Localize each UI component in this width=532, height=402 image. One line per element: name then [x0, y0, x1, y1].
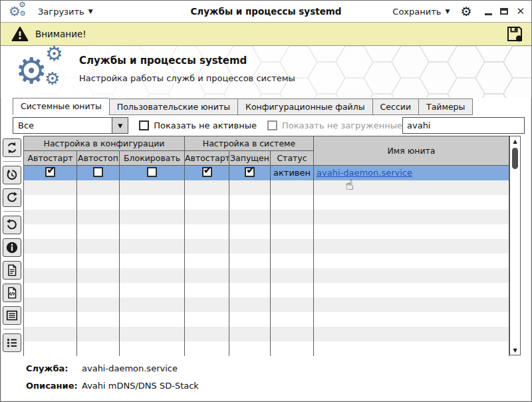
list-box-button[interactable] [3, 306, 21, 325]
refresh-button[interactable] [3, 138, 21, 157]
table-row[interactable] [24, 327, 509, 341]
save-menu-button[interactable]: Сохранить ▼ [392, 7, 450, 17]
redo-button[interactable] [3, 188, 21, 207]
app-logo-gears-icon: ⚙⚙⚙ [15, 47, 78, 97]
table-cell [229, 180, 271, 195]
toolbar-separator [3, 211, 21, 212]
table-cell [24, 195, 77, 210]
tab-sessions[interactable]: Сессии [372, 99, 418, 115]
scrollbar-track[interactable] [510, 146, 520, 345]
minimize-button[interactable] [485, 13, 492, 15]
show-inactive-label: Показать не активные [154, 120, 257, 130]
scroll-up-button[interactable]: ▲ [510, 136, 520, 146]
warning-text: Внимание! [35, 29, 86, 39]
table-row[interactable] [24, 312, 509, 327]
table-cell [120, 268, 185, 283]
document-icon [5, 264, 19, 277]
settings-gear-icon[interactable]: ⚙ [460, 5, 471, 18]
main-area: Настройка в конфигурации Настройка в сис… [1, 136, 531, 355]
info-button[interactable] [3, 238, 21, 257]
checkbox-icon[interactable] [245, 167, 255, 177]
table-row[interactable] [24, 224, 509, 239]
table-cell [185, 180, 229, 195]
table-cell [271, 312, 314, 327]
table-cell [185, 327, 229, 341]
autostart-cfg-cell [24, 166, 77, 180]
table-row[interactable] [24, 254, 509, 268]
table-cell [77, 224, 120, 239]
vertical-scrollbar[interactable]: ▲ ▼ [509, 136, 521, 355]
header-banner: ⚙⚙⚙ Службы и процессы systemd Настройка … [1, 46, 531, 98]
undo-button[interactable] [3, 216, 21, 234]
checkbox-icon[interactable] [267, 120, 277, 130]
checkbox-icon[interactable] [93, 167, 103, 177]
table-row-selected[interactable]: активен avahi-daemon.service [24, 166, 509, 180]
table-row[interactable] [24, 239, 509, 254]
table-cell [120, 298, 185, 312]
table-row[interactable] [24, 298, 509, 312]
scroll-down-button[interactable]: ▼ [510, 345, 520, 355]
side-toolbar [1, 136, 23, 355]
window-controls: ✕ [485, 7, 525, 17]
table-cell [314, 224, 509, 239]
titlebar: ⚙⚙⚙ Загрузить ▼ Службы и процессы system… [1, 1, 531, 23]
search-input[interactable] [402, 117, 525, 134]
table-cell [24, 341, 77, 356]
table-cell [314, 312, 509, 327]
table-cell [314, 195, 509, 210]
close-button[interactable]: ✕ [516, 7, 525, 17]
table-cell [77, 254, 120, 268]
checkbox-icon[interactable] [139, 120, 149, 130]
tab-system-units[interactable]: Системные юниты [13, 98, 109, 115]
checkbox-icon[interactable] [45, 167, 55, 177]
table-cell [314, 254, 509, 268]
table-cell [229, 268, 271, 283]
floppy-save-icon[interactable] [506, 25, 523, 43]
show-unloaded-label: Показать не загруженные [282, 120, 402, 130]
table-cell [185, 298, 229, 312]
checkbox-icon[interactable] [202, 167, 212, 177]
redo-icon [5, 191, 19, 204]
history-undo-button[interactable] [3, 166, 21, 184]
save-menu-label: Сохранить [392, 7, 441, 17]
tab-bar: Системные юниты Пользовательские юниты К… [1, 98, 531, 115]
tab-config-files[interactable]: Конфигурационные файлы [237, 99, 372, 115]
tab-user-units[interactable]: Пользовательские юниты [109, 99, 237, 115]
chevron-down-icon: ▼ [445, 8, 450, 15]
table-cell [185, 224, 229, 239]
source-file-button[interactable] [3, 284, 21, 302]
show-inactive-checkbox[interactable]: Показать не активные [139, 120, 257, 130]
maximize-button[interactable] [500, 8, 508, 15]
document-button[interactable] [3, 261, 21, 280]
table-row[interactable] [24, 195, 509, 210]
load-menu-button[interactable]: Загрузить ▼ [38, 7, 93, 17]
checkbox-icon[interactable] [147, 167, 157, 177]
table-row[interactable] [24, 283, 509, 298]
scrollbar-thumb[interactable] [512, 148, 518, 169]
table-cell [24, 298, 77, 312]
toolbar-separator [3, 161, 21, 162]
table-cell [120, 239, 185, 254]
table-cell [77, 210, 120, 224]
table-cell [120, 341, 185, 356]
table-cell [271, 224, 314, 239]
units-table-wrap: Настройка в конфигурации Настройка в сис… [23, 136, 509, 355]
hand-cursor-icon: ☝ [344, 176, 354, 193]
table-cell [120, 195, 185, 210]
load-menu-label: Загрузить [38, 7, 84, 17]
unit-name-link[interactable]: avahi-daemon.service [317, 168, 412, 178]
table-row[interactable] [24, 341, 509, 356]
units-table: Настройка в конфигурации Настройка в сис… [23, 136, 509, 356]
tab-timers[interactable]: Таймеры [418, 99, 473, 115]
table-row[interactable] [24, 180, 509, 195]
table-row[interactable] [24, 268, 509, 283]
service-value: avahi-daemon.service [82, 363, 178, 373]
table-cell [77, 312, 120, 327]
table-row[interactable] [24, 210, 509, 224]
header-autostart-sys: Автостарт [185, 151, 229, 166]
dropdown-arrow-icon[interactable]: ▼ [112, 118, 128, 133]
bullet-list-button[interactable] [3, 333, 21, 352]
unit-filter-dropdown[interactable]: Все ▼ [13, 117, 128, 134]
table-cell [229, 298, 271, 312]
show-unloaded-checkbox[interactable]: Показать не загруженные [267, 120, 402, 130]
